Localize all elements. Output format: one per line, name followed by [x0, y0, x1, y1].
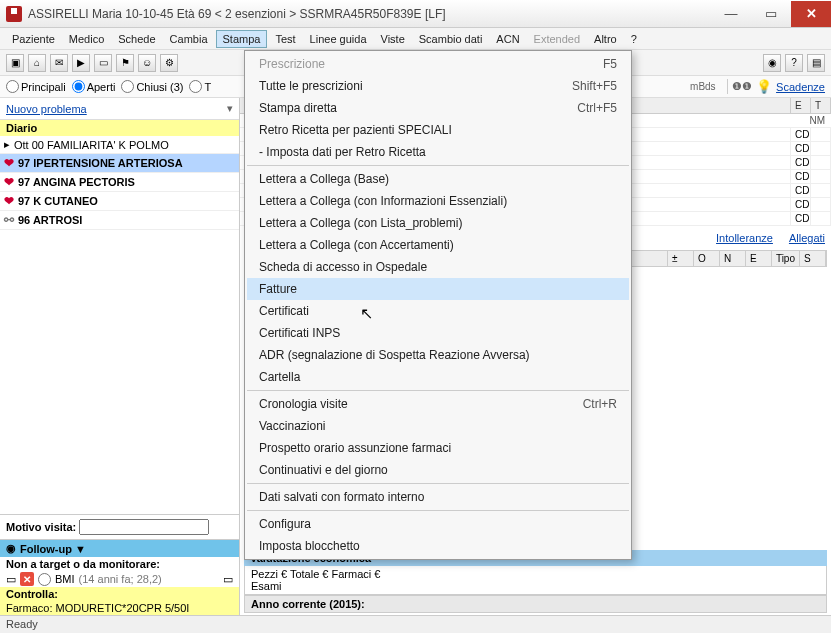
valutazione-body: Pezzi € Totale € Farmaci € Esami	[244, 566, 827, 595]
menuitem-configura[interactable]: Configura	[247, 513, 629, 535]
controlla-label: Controlla:	[0, 587, 239, 601]
new-problem-link[interactable]: Nuovo problema	[6, 103, 87, 115]
menuitem--imposta-dati-per-retro-[interactable]: - Imposta dati per Retro Ricetta	[247, 141, 629, 163]
motivo-row: Motivo visita:	[0, 514, 239, 539]
diario-header[interactable]: Diario	[0, 120, 239, 136]
minimize-button[interactable]: —	[711, 1, 751, 27]
heart-icon: ❤	[4, 194, 14, 208]
menubar: PazienteMedicoSchedeCambiaStampaTestLine…	[0, 28, 831, 50]
problem-label: 97 IPERTENSIONE ARTERIOSA	[18, 157, 183, 169]
menuitem-lettera-a-collega-base-[interactable]: Lettera a Collega (Base)	[247, 168, 629, 190]
problem-item[interactable]: ⚯96 ARTROSI	[0, 211, 239, 230]
followup-header[interactable]: ◉ Follow-up ▼	[0, 540, 239, 557]
tool-icon[interactable]: ⌂	[28, 54, 46, 72]
problem-label: Ott 00 FAMILIARITA' K POLMO	[14, 139, 169, 151]
problem-item[interactable]: ❤97 K CUTANEO	[0, 192, 239, 211]
motivo-label: Motivo visita:	[6, 521, 76, 533]
menu-paziente[interactable]: Paziente	[6, 31, 61, 47]
tool-icon[interactable]: ?	[785, 54, 803, 72]
problem-item[interactable]: ❤97 ANGINA PECTORIS	[0, 173, 239, 192]
tool-icon[interactable]: ⚙	[160, 54, 178, 72]
window-title: ASSIRELLI Maria 10-10-45 Età 69 < 2 esen…	[28, 7, 711, 21]
titlebar: ASSIRELLI Maria 10-10-45 Età 69 < 2 esen…	[0, 0, 831, 28]
problem-item[interactable]: ▸Ott 00 FAMILIARITA' K POLMO	[0, 136, 239, 154]
heart-icon: ❤	[4, 156, 14, 170]
menuitem-adr-segnalazione-di-sosp[interactable]: ADR (segnalazione di Sospetta Reazione A…	[247, 344, 629, 366]
menuitem-vaccinazioni[interactable]: Vaccinazioni	[247, 415, 629, 437]
cursor-icon: ↖	[360, 304, 373, 323]
menuitem-prospetto-orario-assunzi[interactable]: Prospetto orario assunzione farmaci	[247, 437, 629, 459]
heart-icon: ❤	[4, 175, 14, 189]
maximize-button[interactable]: ▭	[751, 1, 791, 27]
tool-icon[interactable]: ▭	[94, 54, 112, 72]
menuitem-fatture[interactable]: Fatture	[247, 278, 629, 300]
menuitem-cronologia-visite[interactable]: Cronologia visiteCtrl+R	[247, 393, 629, 415]
motivo-input[interactable]	[79, 519, 209, 535]
filter-aperti[interactable]: Aperti	[72, 80, 116, 93]
menu-scambio dati[interactable]: Scambio dati	[413, 31, 489, 47]
menuitem-stampa-diretta[interactable]: Stampa direttaCtrl+F5	[247, 97, 629, 119]
blank-icon: ▸	[4, 138, 10, 151]
error-icon: ✕	[20, 572, 34, 586]
new-problem-row[interactable]: Nuovo problema ▾	[0, 98, 239, 120]
problem-label: 97 ANGINA PECTORIS	[18, 176, 135, 188]
menu-test[interactable]: Test	[269, 31, 301, 47]
menu-?[interactable]: ?	[625, 31, 643, 47]
menuitem-certificati[interactable]: Certificati	[247, 300, 629, 322]
scadenze-link[interactable]: Scadenze	[776, 81, 825, 93]
menuitem-certificati-inps[interactable]: Certificati INPS	[247, 322, 629, 344]
stampa-menu: PrescrizioneF5Tutte le prescrizioniShift…	[244, 50, 632, 560]
menuitem-tutte-le-prescrizioni[interactable]: Tutte le prescrizioniShift+F5	[247, 75, 629, 97]
menuitem-prescrizione: PrescrizioneF5	[247, 53, 629, 75]
followup-icon: ◉	[6, 542, 16, 555]
problem-item[interactable]: ❤97 IPERTENSIONE ARTERIOSA	[0, 154, 239, 173]
menu-viste[interactable]: Viste	[375, 31, 411, 47]
menu-medico[interactable]: Medico	[63, 31, 110, 47]
tool-icon[interactable]: ☺	[138, 54, 156, 72]
chevron-down-icon[interactable]: ▾	[227, 102, 233, 115]
menuitem-imposta-blocchetto[interactable]: Imposta blocchetto	[247, 535, 629, 557]
status-bar: Ready	[0, 615, 831, 633]
menuitem-scheda-di-accesso-in-osp[interactable]: Scheda di accesso in Ospedale	[247, 256, 629, 278]
menu-extended[interactable]: Extended	[528, 31, 586, 47]
lightbulb-icon: 💡	[756, 79, 772, 94]
bone-icon: ⚯	[4, 213, 14, 227]
filter-principali[interactable]: Principali	[6, 80, 66, 93]
anno-header[interactable]: Anno corrente (2015):	[244, 595, 827, 613]
menuitem-continuativi-e-del-giorn[interactable]: Continuativi e del giorno	[247, 459, 629, 481]
allegati-link[interactable]: Allegati	[789, 232, 825, 244]
problem-label: 97 K CUTANEO	[18, 195, 98, 207]
followup-target: Non a target o da monitorare:	[0, 557, 239, 571]
menuitem-lettera-a-collega-con-li[interactable]: Lettera a Collega (con Lista_problemi)	[247, 212, 629, 234]
tool-icon[interactable]: ▶	[72, 54, 90, 72]
tool-icon[interactable]: ✉	[50, 54, 68, 72]
menu-cambia[interactable]: Cambia	[164, 31, 214, 47]
menu-altro[interactable]: Altro	[588, 31, 623, 47]
tool-icon[interactable]: ▣	[6, 54, 24, 72]
filter-chiusi[interactable]: Chiusi (3)	[121, 80, 183, 93]
mbds-header: mBds	[686, 79, 728, 94]
menuitem-lettera-a-collega-con-in[interactable]: Lettera a Collega (con Informazioni Esse…	[247, 190, 629, 212]
farmaco-row[interactable]: Farmaco: MODURETIC*20CPR 5/50I	[0, 601, 239, 615]
close-button[interactable]: ✕	[791, 1, 831, 27]
tool-icon[interactable]: ▤	[807, 54, 825, 72]
menu-schede[interactable]: Schede	[112, 31, 161, 47]
menuitem-retro-ricetta-per-pazien[interactable]: Retro Ricetta per pazienti SPECIALI	[247, 119, 629, 141]
tool-icon[interactable]: ⚑	[116, 54, 134, 72]
intolleranze-link[interactable]: Intolleranze	[716, 232, 773, 244]
left-panel: Nuovo problema ▾ Diario ▸Ott 00 FAMILIAR…	[0, 98, 240, 615]
menuitem-dati-salvati-con-formato[interactable]: Dati salvati con formato interno	[247, 486, 629, 508]
info-icon: ❶❶	[732, 80, 752, 93]
problem-label: 96 ARTROSI	[18, 214, 82, 226]
filter-t[interactable]: T	[189, 80, 211, 93]
tool-icon[interactable]: ◉	[763, 54, 781, 72]
menu-stampa[interactable]: Stampa	[216, 30, 268, 48]
bmi-row[interactable]: ▭ ✕ BMI (14 anni fa; 28,2) ▭	[0, 571, 239, 587]
menu-linee guida[interactable]: Linee guida	[304, 31, 373, 47]
menuitem-cartella[interactable]: Cartella	[247, 366, 629, 388]
app-icon	[6, 6, 22, 22]
menuitem-lettera-a-collega-con-ac[interactable]: Lettera a Collega (con Accertamenti)	[247, 234, 629, 256]
menu-acn[interactable]: ACN	[490, 31, 525, 47]
